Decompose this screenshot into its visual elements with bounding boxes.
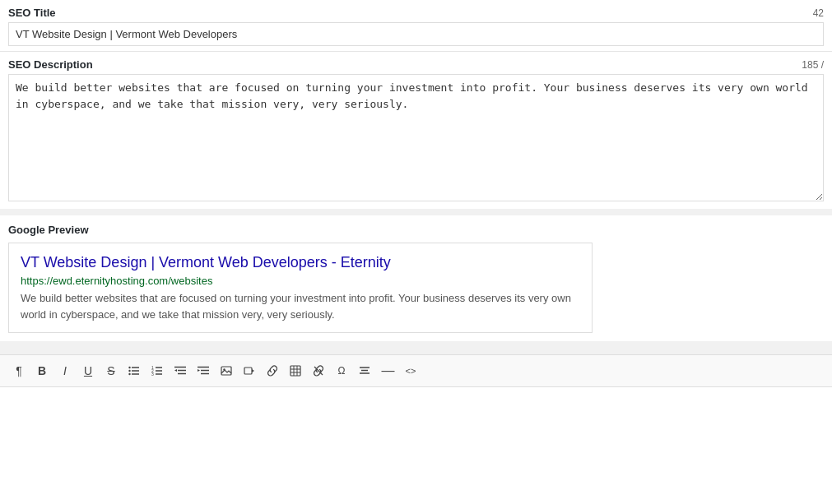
svg-rect-22 [244, 368, 252, 374]
video-button[interactable] [239, 360, 260, 381]
unordered-list-button[interactable] [123, 360, 145, 381]
gray-divider-2 [0, 341, 832, 348]
source-button[interactable]: <> [400, 360, 421, 381]
horizontal-rule-button[interactable]: — [377, 360, 398, 381]
svg-text:3: 3 [151, 372, 154, 377]
google-preview-label: Google Preview [8, 224, 824, 236]
strikethrough-button[interactable]: S [100, 360, 122, 381]
image-button[interactable] [216, 360, 237, 381]
seo-desc-label-row: SEO Description 185 / [8, 58, 824, 71]
seo-title-label-row: SEO Title 42 [8, 7, 824, 19]
unlink-button[interactable] [308, 360, 329, 381]
svg-marker-19 [198, 369, 200, 372]
toolbar-top-spacer [0, 348, 832, 354]
google-preview-url: https://ewd.eternityhosting.com/websites [21, 275, 580, 287]
bold-button[interactable]: B [31, 360, 53, 381]
seo-title-label: SEO Title [8, 7, 56, 19]
seo-desc-char-count: 185 / [802, 59, 824, 71]
svg-point-5 [128, 373, 130, 375]
paragraph-button[interactable]: ¶ [8, 360, 30, 381]
seo-title-section: SEO Title 42 [0, 0, 832, 51]
ordered-list-button[interactable]: 123 [146, 360, 168, 381]
svg-rect-24 [291, 366, 300, 376]
gray-divider-1 [0, 209, 832, 215]
align-button[interactable] [354, 360, 375, 381]
seo-desc-textarea[interactable] [8, 74, 824, 201]
google-preview-section: Google Preview VT Website Design | Vermo… [0, 215, 832, 341]
editor-content-area[interactable] [0, 387, 832, 469]
svg-point-3 [128, 367, 130, 368]
special-char-button[interactable]: Ω [331, 360, 352, 381]
google-preview-title[interactable]: VT Website Design | Vermont Web Develope… [21, 253, 580, 272]
table-button[interactable] [285, 360, 306, 381]
seo-desc-label: SEO Description [8, 58, 93, 71]
outdent-button[interactable] [170, 360, 191, 381]
seo-title-char-count: 42 [813, 7, 824, 19]
svg-point-4 [128, 370, 130, 372]
google-preview-description: We build better websites that are focuse… [21, 290, 580, 322]
svg-marker-15 [174, 369, 177, 372]
italic-button[interactable]: I [54, 360, 76, 381]
main-container: SEO Title 42 SEO Description 185 / Googl… [0, 0, 832, 504]
google-preview-box: VT Website Design | Vermont Web Develope… [8, 243, 593, 333]
link-button[interactable] [262, 360, 283, 381]
seo-title-input[interactable] [8, 22, 824, 46]
svg-rect-20 [221, 367, 231, 375]
indent-button[interactable] [193, 360, 214, 381]
editor-toolbar: ¶ B I U S 123 Ω [0, 354, 832, 387]
svg-marker-23 [252, 369, 254, 372]
underline-button[interactable]: U [77, 360, 99, 381]
seo-desc-section: SEO Description 185 / [0, 52, 832, 209]
